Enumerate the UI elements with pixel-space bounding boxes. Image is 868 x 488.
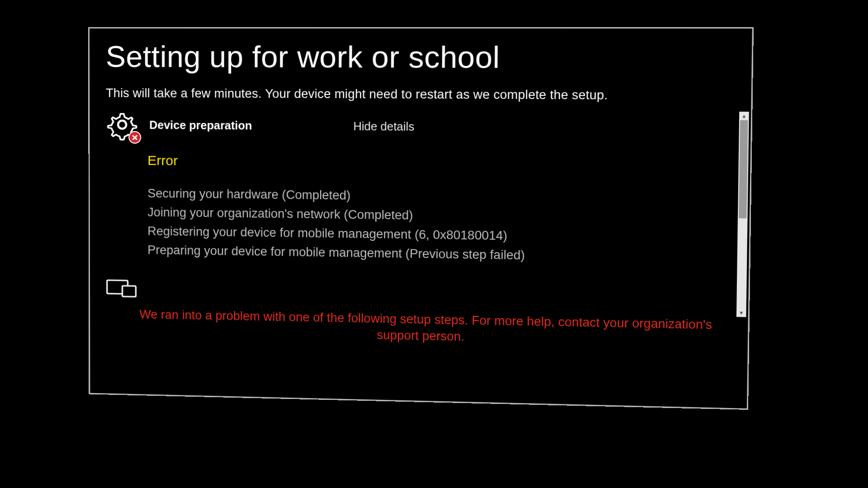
scroll-track[interactable]	[736, 120, 749, 309]
setup-panel: Setting up for work or school This will …	[88, 27, 754, 410]
error-badge-icon	[128, 131, 141, 144]
hide-details-button[interactable]: Hide details	[353, 119, 414, 133]
page-subtitle: This will take a few minutes. Your devic…	[106, 86, 751, 103]
section-header: Device preparation Hide details	[106, 108, 727, 145]
scroll-down-arrow-icon[interactable]: ▼	[736, 309, 746, 317]
section-content: Device preparation Hide details Error Se…	[106, 108, 739, 316]
page-title: Setting up for work or school	[106, 39, 752, 75]
device-preparation-section: Device preparation Hide details Error Se…	[106, 108, 751, 317]
svg-point-0	[118, 121, 126, 129]
scroll-thumb[interactable]	[739, 120, 748, 218]
status-label: Error	[147, 153, 727, 174]
section-title: Device preparation	[149, 118, 342, 133]
scroll-up-arrow-icon[interactable]: ▲	[739, 112, 749, 120]
gear-icon	[106, 108, 138, 141]
section-details: Error Securing your hardware (Completed)…	[147, 153, 727, 268]
svg-rect-2	[123, 286, 136, 297]
